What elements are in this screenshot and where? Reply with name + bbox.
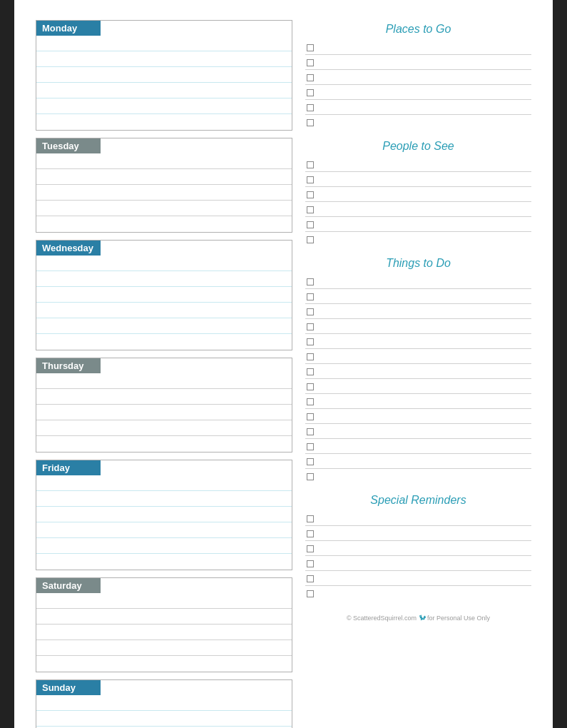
check-row	[305, 424, 531, 439]
section-title-special-reminders: Special Reminders	[305, 494, 531, 507]
check-line	[317, 456, 531, 467]
checkbox[interactable]	[307, 191, 314, 198]
checkbox[interactable]	[307, 545, 314, 552]
checkbox[interactable]	[307, 206, 314, 213]
checkbox[interactable]	[307, 413, 314, 420]
day-line	[36, 201, 292, 216]
check-line	[317, 102, 531, 113]
check-row	[305, 217, 531, 232]
check-row	[305, 469, 531, 484]
check-row	[305, 115, 531, 130]
checkbox[interactable]	[307, 515, 314, 522]
checklist-places-to-go	[305, 40, 531, 130]
check-row	[305, 55, 531, 70]
checkbox[interactable]	[307, 530, 314, 537]
check-line	[317, 234, 531, 246]
day-line	[36, 373, 292, 389]
checkbox[interactable]	[307, 293, 314, 300]
day-line	[36, 475, 292, 491]
check-line	[317, 588, 531, 600]
checkbox[interactable]	[307, 176, 314, 183]
check-row	[305, 511, 531, 526]
check-row	[305, 394, 531, 409]
checkbox[interactable]	[307, 383, 314, 390]
check-row	[305, 571, 531, 586]
checklist-things-to-do	[305, 274, 531, 484]
check-line	[317, 336, 531, 347]
footer-text: © ScatteredSquirrel.com	[347, 615, 417, 622]
check-row	[305, 439, 531, 454]
check-line	[317, 72, 531, 83]
check-row	[305, 232, 531, 247]
check-line	[317, 471, 531, 482]
day-line	[36, 507, 292, 522]
checkbox[interactable]	[307, 89, 314, 96]
checkbox[interactable]	[307, 221, 314, 228]
day-block-wednesday: Wednesday	[36, 240, 292, 350]
checkbox[interactable]	[307, 44, 314, 51]
day-block-monday: Monday	[36, 20, 292, 131]
check-row	[305, 364, 531, 379]
checkbox[interactable]	[307, 236, 314, 243]
checkbox[interactable]	[307, 458, 314, 465]
day-line	[36, 114, 292, 130]
day-header-thursday: Thursday	[36, 358, 101, 373]
checkbox[interactable]	[307, 428, 314, 435]
day-line	[36, 287, 292, 303]
day-line	[36, 51, 292, 67]
check-line	[317, 573, 531, 584]
checkbox[interactable]	[307, 74, 314, 81]
day-header-friday: Friday	[36, 460, 101, 475]
check-line	[317, 351, 531, 362]
day-header-monday: Monday	[36, 21, 101, 36]
checkbox[interactable]	[307, 368, 314, 375]
day-line	[36, 656, 292, 672]
day-line	[36, 271, 292, 287]
check-line	[317, 396, 531, 407]
check-line	[317, 87, 531, 98]
checkbox[interactable]	[307, 443, 314, 450]
footer-text2: for Personal Use Only	[427, 615, 490, 622]
checkbox[interactable]	[307, 473, 314, 480]
check-line	[317, 543, 531, 554]
day-line	[36, 36, 292, 51]
checkbox[interactable]	[307, 590, 314, 597]
check-line	[317, 189, 531, 200]
check-row	[305, 409, 531, 424]
day-line	[36, 303, 292, 318]
checkbox[interactable]	[307, 575, 314, 582]
section-title-places-to-go: Places to Go	[305, 23, 531, 36]
day-block-sunday: Sunday	[36, 679, 292, 728]
check-row	[305, 304, 531, 319]
checkbox[interactable]	[307, 278, 314, 285]
checkbox[interactable]	[307, 104, 314, 111]
check-line	[317, 513, 531, 524]
check-row	[305, 157, 531, 172]
right-column: Places to GoPeople to SeeThings to DoSpe…	[305, 20, 531, 728]
checkbox[interactable]	[307, 353, 314, 360]
day-line	[36, 256, 292, 271]
checkbox[interactable]	[307, 119, 314, 126]
footer: © ScatteredSquirrel.com 🐿 for Personal U…	[305, 614, 531, 622]
checkbox[interactable]	[307, 308, 314, 315]
section-title-people-to-see: People to See	[305, 140, 531, 153]
day-line	[36, 169, 292, 185]
checkbox[interactable]	[307, 338, 314, 345]
checkbox[interactable]	[307, 323, 314, 330]
check-row	[305, 187, 531, 202]
day-block-thursday: Thursday	[36, 358, 292, 453]
check-line	[317, 366, 531, 377]
checkbox[interactable]	[307, 59, 314, 66]
checklist-special-reminders	[305, 511, 531, 601]
checkbox[interactable]	[307, 398, 314, 405]
check-row	[305, 541, 531, 556]
check-row	[305, 526, 531, 541]
check-line	[317, 219, 531, 230]
checkbox[interactable]	[307, 560, 314, 567]
check-line	[317, 57, 531, 68]
day-header-tuesday: Tuesday	[36, 138, 101, 153]
day-line	[36, 334, 292, 350]
check-line	[317, 558, 531, 569]
check-row	[305, 556, 531, 571]
checkbox[interactable]	[307, 161, 314, 168]
